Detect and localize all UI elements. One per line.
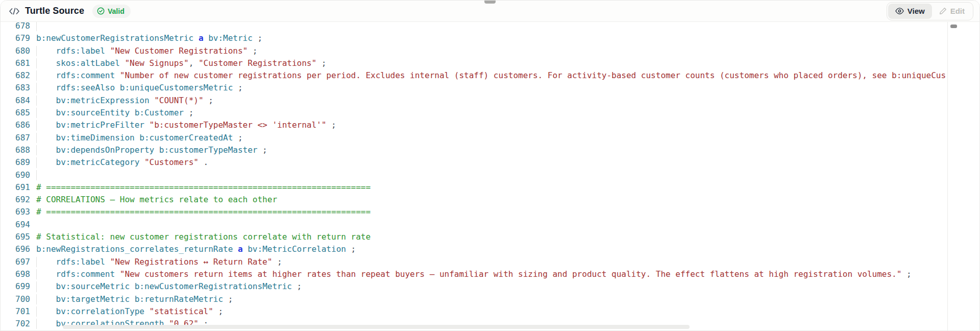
code-line: 698 rdfs:comment "New customers return i… [1,268,947,280]
code-icon [9,7,20,16]
indent-guide [36,281,37,292]
code-line: 693# ===================================… [1,206,947,218]
line-number: 693 [1,206,30,218]
view-button-label: View [908,7,925,15]
code-editor[interactable]: 678679b:newCustomerRegistrationsMetric a… [1,22,948,330]
indent-guide [36,22,37,31]
code-line: 701 bv:correlationType "statistical" ; [1,305,947,318]
line-number: 683 [1,82,30,94]
panel-drag-handle[interactable] [484,1,496,4]
line-content: bv:metricCategory "Customers" . [30,156,947,169]
indent-guide [36,157,37,168]
line-number: 691 [1,181,30,194]
header-left: Turtle Source Valid [1,5,131,18]
line-content: bv:metricPreFilter "b:customerTypeMaster… [30,119,947,131]
indent-guide [36,96,37,106]
line-number: 687 [1,132,30,144]
line-number: 686 [1,119,30,131]
check-circle-icon [97,7,105,15]
line-number: 702 [1,318,30,330]
line-number: 682 [1,69,30,82]
code-line: 690 [1,169,947,181]
line-number: 692 [1,194,30,206]
line-number: 678 [1,22,30,32]
line-number: 689 [1,156,30,169]
line-content: b:newCustomerRegistrationsMetric a bv:Me… [30,32,947,44]
indent-guide [36,269,37,279]
indent-guide [36,294,37,304]
line-number: 680 [1,45,30,57]
page-title: Turtle Source [25,6,84,16]
line-number: 697 [1,256,30,268]
view-edit-toggle: View Edit [887,2,973,20]
eye-icon [895,7,904,15]
code-line: 688 bv:dependsOnProperty b:customerTypeM… [1,144,947,156]
line-content: bv:correlationType "statistical" ; [30,305,947,318]
code-line: 685 bv:sourceEntity b:Customer ; [1,107,947,119]
line-number: 681 [1,57,30,69]
code-line: 694 [1,219,947,231]
vertical-scrollbar-thumb[interactable] [950,25,957,28]
line-content: bv:sourceMetric b:newCustomerRegistratio… [30,280,947,293]
line-content: # ======================================… [30,206,947,218]
indent-guide [36,70,37,81]
line-number: 688 [1,144,30,156]
line-content [30,22,947,32]
line-number: 698 [1,268,30,280]
line-content: # Statistical: new customer registration… [30,231,947,243]
line-number: 690 [1,169,30,181]
pencil-icon [939,7,947,15]
indent-guide [36,257,37,267]
line-content: bv:sourceEntity b:Customer ; [30,107,947,119]
edit-button[interactable]: Edit [932,4,972,19]
line-number: 679 [1,32,30,44]
code-line: 680 rdfs:label "New Customer Registratio… [1,45,947,57]
indent-guide [36,46,37,56]
line-number: 694 [1,219,30,231]
panel-header: Turtle Source Valid View [1,1,979,22]
line-content: rdfs:comment "Number of new customer reg… [30,69,947,82]
line-number: 685 [1,107,30,119]
code-line: 687 bv:timeDimension b:customerCreatedAt… [1,132,947,144]
code-lines: 678679b:newCustomerRegistrationsMetric a… [1,22,947,330]
code-line: 684 bv:metricExpression "COUNT(*)" ; [1,94,947,107]
line-number: 701 [1,305,30,318]
code-line: 679b:newCustomerRegistrationsMetric a bv… [1,32,947,44]
code-line: 695# Statistical: new customer registrat… [1,231,947,243]
line-number: 700 [1,293,30,305]
line-content: rdfs:label "New Registrations ↔ Return R… [30,256,947,268]
code-line: 683 rdfs:seeAlso b:uniqueCustomersMetric… [1,82,947,94]
code-line: 699 bv:sourceMetric b:newCustomerRegistr… [1,280,947,293]
view-button[interactable]: View [888,4,932,19]
line-content: bv:dependsOnProperty b:customerTypeMaste… [30,144,947,156]
line-content: rdfs:comment "New customers return items… [30,268,947,280]
indent-guide [36,120,37,130]
status-badge-label: Valid [108,7,125,15]
line-content: bv:metricExpression "COUNT(*)" ; [30,94,947,107]
indent-guide [36,170,37,180]
code-line: 682 rdfs:comment "Number of new customer… [1,69,947,82]
edit-button-label: Edit [950,7,965,15]
status-badge: Valid [92,5,131,18]
line-content [30,169,947,181]
indent-guide [36,306,37,317]
code-line: 681 skos:altLabel "New Signups", "Custom… [1,57,947,69]
code-line: 678 [1,22,947,32]
line-content: # ======================================… [30,181,947,194]
line-number: 699 [1,280,30,293]
indent-guide [36,145,37,155]
line-content: rdfs:seeAlso b:uniqueCustomersMetric ; [30,82,947,94]
indent-guide [36,108,37,118]
line-content: rdfs:label "New Customer Registrations" … [30,45,947,57]
horizontal-scrollbar-thumb[interactable] [63,325,690,329]
indent-guide [36,133,37,143]
code-line: 697 rdfs:label "New Registrations ↔ Retu… [1,256,947,268]
indent-guide [36,83,37,93]
code-line: 689 bv:metricCategory "Customers" . [1,156,947,169]
code-line: 691# ===================================… [1,181,947,194]
line-content: b:newRegistrations_correlates_returnRate… [30,243,947,255]
line-number: 684 [1,94,30,107]
line-content: bv:timeDimension b:customerCreatedAt ; [30,132,947,144]
indent-guide [36,58,37,68]
turtle-source-panel: Turtle Source Valid View [0,0,980,331]
